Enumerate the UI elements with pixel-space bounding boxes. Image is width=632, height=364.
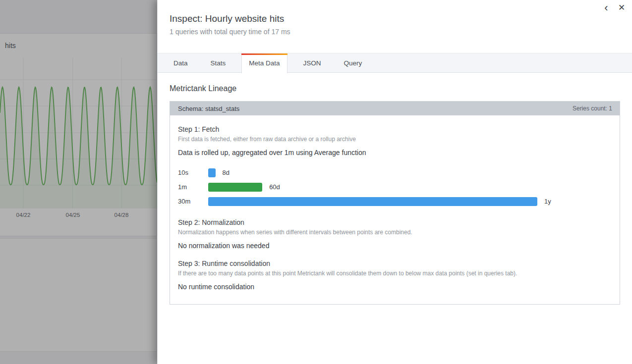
tab-json[interactable]: JSON	[296, 53, 328, 73]
step-desc: First data is fetched, either from raw d…	[178, 136, 612, 143]
schema-box-header: Schema: statsd_stats Series count: 1	[170, 102, 620, 115]
drawer-header: Inspect: Hourly website hits 1 queries w…	[158, 0, 632, 36]
meta-data-content: Metrictank Lineage Schema: statsd_stats …	[158, 73, 632, 305]
step-title: Step 3: Runtime consolidation	[178, 260, 612, 267]
retention-duration: 8d	[223, 169, 230, 176]
retention-bar	[208, 168, 216, 177]
inspect-tab-bar: Data Stats Meta Data JSON Query	[158, 53, 632, 73]
inspect-drawer: ‹ ✕ Inspect: Hourly website hits 1 queri…	[157, 0, 632, 364]
retention-row: 10s 8d	[178, 165, 612, 180]
retention-chart: 10s 8d 1m 60d 30m 1y	[178, 165, 612, 208]
step-normalization: Step 2: Normalization Normalization happ…	[178, 218, 612, 250]
step-runtime-consolidation: Step 3: Runtime consolidation If there a…	[178, 260, 612, 291]
tab-meta-data[interactable]: Meta Data	[241, 53, 287, 73]
dashboard-backdrop: hits 04/22 04/25 04/28	[0, 0, 157, 364]
schema-box: Schema: statsd_stats Series count: 1 Ste…	[170, 101, 620, 305]
schema-box-body: Step 1: Fetch First data is fetched, eit…	[170, 115, 620, 304]
retention-duration: 60d	[269, 183, 280, 191]
retention-bar	[208, 197, 537, 206]
step-result: No normalization was needed	[178, 242, 612, 250]
step-result: Data is rolled up, aggregated over 1m us…	[178, 149, 612, 156]
step-title: Step 2: Normalization	[178, 218, 612, 226]
tab-query[interactable]: Query	[337, 53, 369, 73]
drawer-controls: ‹ ✕	[600, 2, 628, 14]
retention-interval: 1m	[178, 183, 208, 191]
retention-interval: 30m	[178, 198, 208, 205]
step-desc: If there are too many data points at thi…	[178, 270, 612, 277]
retention-row: 30m 1y	[178, 194, 612, 208]
drawer-title: Inspect: Hourly website hits	[170, 13, 612, 24]
retention-bar	[208, 183, 262, 192]
step-result: No runtime consolidation	[178, 283, 612, 291]
series-count: Series count: 1	[573, 105, 612, 112]
modal-backdrop-overlay[interactable]	[0, 0, 157, 364]
step-fetch: Step 1: Fetch First data is fetched, eit…	[178, 125, 612, 208]
retention-row: 1m 60d	[178, 180, 612, 194]
schema-title: Schema: statsd_stats	[178, 105, 239, 112]
step-desc: Normalization happens when series with d…	[178, 229, 612, 236]
close-icon[interactable]: ✕	[615, 2, 628, 14]
step-title: Step 1: Fetch	[178, 125, 612, 133]
retention-interval: 10s	[178, 169, 208, 176]
tab-data[interactable]: Data	[167, 53, 195, 73]
tab-stats[interactable]: Stats	[204, 53, 233, 73]
retention-duration: 1y	[544, 198, 551, 205]
section-heading: Metrictank Lineage	[170, 84, 620, 93]
drawer-subtitle: 1 queries with total query time of 17 ms	[170, 28, 612, 36]
chevron-left-icon[interactable]: ‹	[600, 2, 612, 14]
